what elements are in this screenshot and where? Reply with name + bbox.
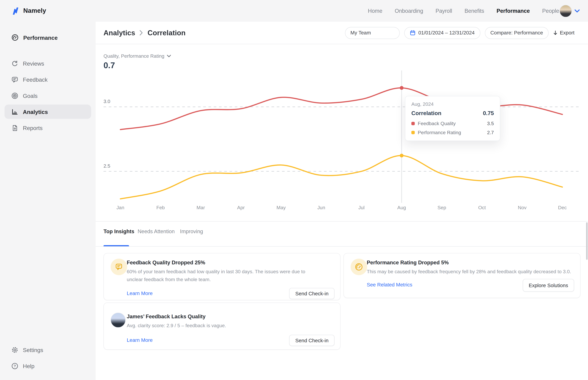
breadcrumb-correlation: Correlation — [148, 29, 186, 37]
chart-canvas: 3.02.5JanFebMarAprMayJunJulAugSepOctNovD… — [96, 44, 588, 217]
nav-benefits[interactable]: Benefits — [465, 8, 484, 14]
tooltip-row-label: Feedback Quality — [418, 121, 484, 126]
brand[interactable]: Namely — [11, 7, 46, 15]
scrollbar-thumb[interactable] — [586, 222, 588, 260]
tooltip-row-label: Performance Rating — [418, 130, 484, 135]
sidebar-item-settings[interactable]: Settings — [4, 343, 91, 357]
insight-card-body: This may be caused by feedback frequency… — [367, 268, 571, 276]
sidebar-section-label: Performance — [23, 34, 58, 41]
export-button[interactable]: Export — [553, 30, 574, 36]
compare-value: Compare: Performance — [490, 30, 543, 36]
tab-top-insights[interactable]: Top Insights — [103, 228, 134, 234]
gauge-icon — [11, 34, 19, 41]
tooltip-row-value: 2.7 — [487, 130, 494, 135]
tab-improving[interactable]: Improving — [180, 228, 203, 234]
highlight-dot — [400, 154, 404, 157]
topbar: Namely Home Onboarding Payroll Benefits … — [0, 0, 588, 22]
breadcrumb-analytics[interactable]: Analytics — [103, 29, 135, 37]
x-tick-label: Dec — [558, 205, 567, 210]
tooltip-correlation-row: Correlation 0.75 — [412, 110, 494, 116]
sidebar-item-label: Settings — [23, 346, 43, 353]
send-checkin-button[interactable]: Send Check-in — [289, 335, 334, 346]
tooltip-correlation-value: 0.75 — [483, 110, 494, 116]
sidebar-footer: Settings ? Help — [0, 341, 96, 375]
main-panel: Analytics Correlation My Team 01/01/2024… — [96, 22, 588, 380]
sidebar-item-label: Analytics — [23, 109, 48, 115]
correlation-chart[interactable]: 3.02.5JanFebMarAprMayJunJulAugSepOctNovD… — [96, 44, 588, 222]
insight-card-body: Avg. clarity score: 2.9 / 5 – feedback i… — [127, 322, 226, 329]
axis-label: 3.0 — [103, 99, 110, 104]
insight-card-title: Feedback Quality Dropped 25% — [127, 259, 205, 266]
sidebar-item-goals[interactable]: Goals — [4, 88, 91, 103]
sidebar-item-analytics[interactable]: Analytics — [4, 105, 91, 119]
sidebar-item-help[interactable]: ? Help — [4, 359, 91, 373]
chevron-down-icon[interactable] — [574, 9, 580, 13]
tooltip-performance-rating-row: Performance Rating 2.7 — [412, 130, 494, 135]
refresh-icon — [11, 60, 18, 67]
breadcrumb: Analytics Correlation — [103, 29, 186, 37]
chart-tooltip: Aug, 2024 Correlation 0.75 Feedback Qual… — [405, 96, 500, 141]
explore-solutions-button[interactable]: Explore Solutions — [523, 279, 574, 292]
date-range-picker[interactable]: 01/01/2024 – 12/31/2024 — [404, 27, 480, 39]
insight-card-title: Performance Rating Dropped 5% — [367, 259, 449, 266]
top-navigation: Home Onboarding Payroll Benefits Perform… — [368, 0, 559, 22]
sidebar: Performance Reviews Feedback Goals Analy… — [0, 22, 96, 380]
help-icon: ? — [11, 362, 18, 370]
learn-more-link[interactable]: Learn More — [127, 290, 153, 296]
calendar-icon — [410, 30, 415, 36]
x-tick-label: Jul — [358, 205, 365, 210]
sidebar-item-label: Reviews — [23, 60, 44, 66]
sidebar-item-reports[interactable]: Reports — [4, 121, 91, 135]
performance-rating-swatch — [412, 131, 415, 134]
namely-logo-icon — [11, 7, 20, 15]
insight-card-performance-rating: Performance Rating Dropped 5% This may b… — [344, 253, 581, 298]
team-filter-select[interactable]: My Team — [345, 27, 399, 39]
correlation-value: 0.7 — [103, 61, 115, 71]
see-related-metrics-link[interactable]: See Related Metrics — [367, 282, 412, 287]
send-checkin-button[interactable]: Send Check-in — [289, 288, 334, 299]
feedback-quality-swatch — [412, 122, 415, 125]
sidebar-item-reviews[interactable]: Reviews — [4, 56, 91, 71]
x-tick-label: Sep — [437, 205, 446, 210]
sidebar-item-label: Help — [23, 363, 35, 369]
sidebar-item-label: Goals — [23, 93, 38, 99]
chat-bubble-icon — [111, 259, 127, 275]
x-tick-label: Mar — [196, 205, 205, 210]
target-icon — [11, 92, 18, 99]
insight-card-feedback-quality: Feedback Quality Dropped 25% 60% of your… — [103, 253, 340, 300]
x-tick-label: Nov — [518, 205, 527, 210]
x-tick-label: Oct — [478, 205, 486, 210]
team-filter-value: My Team — [351, 30, 371, 36]
compare-select[interactable]: Compare: Performance — [485, 27, 549, 39]
nav-people[interactable]: People — [542, 8, 559, 14]
user-avatar[interactable] — [559, 5, 572, 17]
user-menu[interactable] — [559, 0, 580, 22]
x-tick-label: Feb — [156, 205, 165, 210]
chevron-down-icon — [167, 55, 171, 57]
tooltip-date: Aug, 2024 — [412, 101, 494, 107]
nav-onboarding[interactable]: Onboarding — [395, 8, 423, 14]
brand-name: Namely — [23, 7, 46, 15]
nav-performance[interactable]: Performance — [497, 8, 530, 14]
metric-selector[interactable]: Quality, Performance Rating — [103, 53, 171, 59]
tooltip-correlation-label: Correlation — [412, 110, 441, 116]
bar-chart-icon — [11, 108, 18, 115]
x-tick-label: Jan — [117, 205, 124, 210]
download-arrow-icon — [553, 30, 558, 36]
sidebar-item-feedback[interactable]: Feedback — [4, 72, 91, 87]
header-controls: My Team 01/01/2024 – 12/31/2024 Compare:… — [345, 22, 574, 44]
insight-card-body: 60% of your team feedback had low qualit… — [127, 268, 319, 284]
sidebar-item-label: Reports — [23, 125, 42, 131]
sidebar-section-performance[interactable]: Performance — [0, 30, 96, 45]
learn-more-link[interactable]: Learn More — [127, 337, 153, 343]
sidebar-item-label: Feedback — [23, 76, 47, 83]
comment-icon — [11, 76, 18, 83]
document-download-icon — [11, 124, 18, 132]
nav-payroll[interactable]: Payroll — [435, 8, 452, 14]
nav-home[interactable]: Home — [368, 8, 382, 14]
svg-text:?: ? — [14, 364, 16, 368]
tooltip-feedback-quality-row: Feedback Quality 3.5 — [412, 121, 494, 126]
x-tick-label: Jun — [317, 205, 325, 210]
x-tick-label: May — [276, 205, 286, 210]
tab-needs-attention[interactable]: Needs Attention — [138, 228, 175, 234]
